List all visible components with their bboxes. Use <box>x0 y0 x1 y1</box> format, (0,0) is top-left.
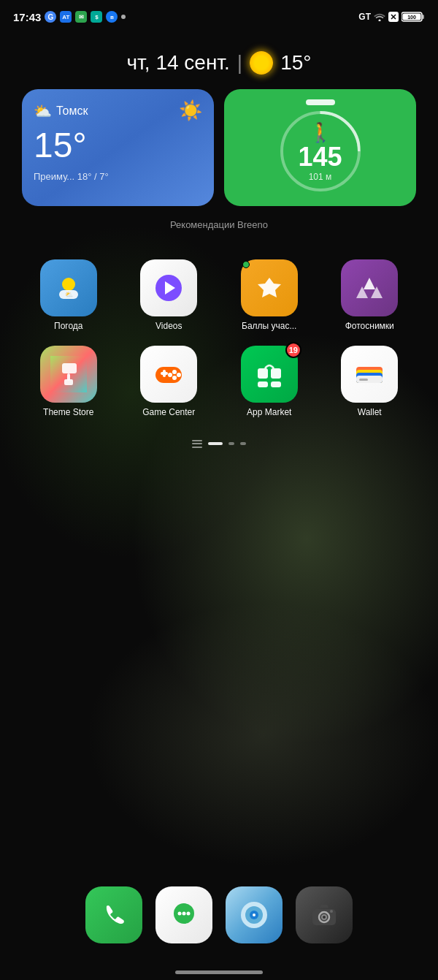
svg-point-21 <box>177 373 181 377</box>
pay-icon: $ <box>91 11 102 23</box>
svg-rect-14 <box>62 363 77 373</box>
gamecenter-svg <box>151 357 186 392</box>
svg-rect-16 <box>64 379 73 385</box>
svg-marker-10 <box>364 278 375 289</box>
svg-point-44 <box>323 916 326 919</box>
app-item-loyalty[interactable]: Баллы учас... <box>223 259 316 331</box>
play-btn <box>155 275 182 301</box>
app-icon-wrap-gamecenter <box>140 346 197 403</box>
app-icon-wrap-theme <box>40 346 97 403</box>
gt-label: GT <box>358 12 371 22</box>
svg-rect-26 <box>258 381 268 387</box>
dock-item-browser[interactable] <box>226 886 283 943</box>
dot-icon <box>121 15 126 19</box>
app-item-gamecenter[interactable]: Game Center <box>123 346 216 417</box>
appmarket-svg <box>252 357 287 392</box>
app-item-weather[interactable]: ⛅ Погода <box>22 259 115 331</box>
steps-distance: 101 м <box>309 172 332 182</box>
app-icon-wallet <box>341 346 398 403</box>
forecast-label: Преиму... <box>34 171 74 182</box>
svg-rect-19 <box>163 370 166 377</box>
line1 <box>192 440 202 441</box>
camera-icon <box>308 899 340 931</box>
theme-svg <box>50 356 87 392</box>
temp-text: 15° <box>280 51 311 75</box>
breeno-label: Рекомендации Breeno <box>0 213 438 245</box>
loyalty-dot-badge <box>242 261 250 268</box>
app-label-videos: Videos <box>155 321 182 331</box>
x-icon <box>388 12 399 22</box>
app-icon-loyalty <box>241 259 298 316</box>
time-display: 17:43 <box>13 11 41 23</box>
dock-item-phone[interactable] <box>85 886 142 943</box>
date-text: чт, 14 сент. <box>127 51 230 75</box>
app-icon-wrap-wallet <box>341 346 398 403</box>
app-icon-photos <box>341 259 398 316</box>
page-lines-icon <box>192 440 202 448</box>
messages-icon <box>168 899 200 931</box>
page-dot-2 <box>228 442 234 445</box>
svg-text:100: 100 <box>407 15 416 20</box>
weather-cloud-icon: ⛅ <box>34 102 52 120</box>
photos-svg <box>353 272 385 304</box>
date-weather-widget: чт, 14 сент. | 15° <box>0 29 438 89</box>
app-label-photos: Фотоснимки <box>345 321 394 331</box>
page-dot-3 <box>240 442 246 445</box>
app-item-appmarket[interactable]: 19 App Market <box>223 346 316 417</box>
svg-point-7 <box>62 278 75 291</box>
battery-icon: 100 <box>402 11 425 23</box>
app-icon-gamecenter <box>140 346 197 403</box>
phone-icon <box>99 900 128 930</box>
weather-widget[interactable]: ⛅ Томск ☀️ 15° Преиму... 18° / 7° <box>22 89 214 206</box>
app-label-loyalty: Баллы учас... <box>242 321 296 331</box>
app-icon-weather: ⛅ <box>40 259 97 316</box>
appmarket-badge: 19 <box>285 342 301 358</box>
app-icon-videos <box>140 259 197 316</box>
svg-point-35 <box>182 912 186 916</box>
steps-pill <box>306 99 335 105</box>
widget-temp: 15° <box>34 126 202 165</box>
app-label-wallet: Wallet <box>358 407 382 417</box>
divider: | <box>237 51 242 75</box>
sun-icon <box>250 51 273 75</box>
dock-item-messages[interactable] <box>155 886 212 943</box>
vpn-icon: AT <box>60 11 72 23</box>
browser-icon <box>238 899 270 931</box>
weather-app-svg: ⛅ <box>52 271 85 305</box>
svg-rect-24 <box>258 368 268 379</box>
weather-widget-sun: ☀️ <box>179 99 202 122</box>
city-label: Томск <box>56 105 88 118</box>
app-item-theme[interactable]: Theme Store <box>22 346 115 417</box>
status-left: 17:43 G AT ✉ $ в <box>13 11 126 23</box>
page-dot-active <box>208 442 223 445</box>
app-item-wallet[interactable]: Wallet <box>323 346 417 417</box>
app-icon-wrap-photos <box>341 259 398 316</box>
steps-count: 145 <box>298 144 342 170</box>
svg-rect-25 <box>271 368 281 379</box>
app-label-weather: Погода <box>54 321 83 331</box>
loyalty-svg <box>253 272 285 304</box>
app-grid: ⛅ Погода Videos <box>0 245 438 425</box>
svg-point-40 <box>253 913 256 916</box>
app-icon-wrap-weather: ⛅ <box>40 259 97 316</box>
steps-widget[interactable]: 🚶 145 101 м <box>224 89 416 206</box>
dock-item-camera[interactable] <box>296 886 353 943</box>
status-bar: 17:43 G AT ✉ $ в GT <box>0 0 438 29</box>
svg-point-45 <box>330 910 333 913</box>
app-label-gamecenter: Game Center <box>142 407 195 417</box>
home-indicator <box>175 970 263 974</box>
app-item-photos[interactable]: Фотоснимки <box>323 259 417 331</box>
wallet-svg <box>352 357 387 392</box>
svg-rect-5 <box>422 15 424 19</box>
steps-circle: 🚶 145 101 м <box>280 111 361 191</box>
page-indicators <box>0 425 438 455</box>
svg-rect-32 <box>359 379 368 381</box>
app-item-videos[interactable]: Videos <box>123 259 216 331</box>
screen-content: 17:43 G AT ✉ $ в GT <box>0 0 438 980</box>
google-icon: G <box>45 11 56 23</box>
svg-rect-27 <box>271 381 281 387</box>
svg-point-22 <box>172 376 177 380</box>
wifi-icon <box>374 12 385 21</box>
svg-point-36 <box>187 912 191 916</box>
svg-point-20 <box>172 370 177 374</box>
